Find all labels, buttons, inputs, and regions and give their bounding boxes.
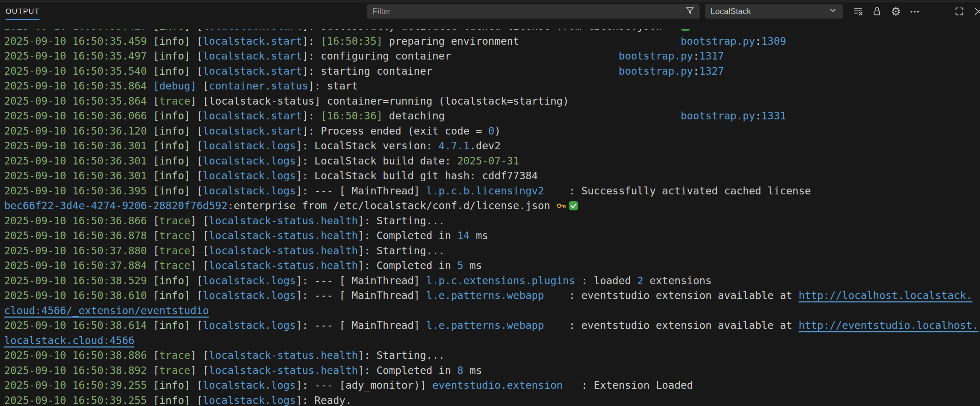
- log-text: LocalStack build git hash: cddf77384: [314, 169, 538, 182]
- file-reference-link[interactable]: bootstrap.py: [681, 35, 755, 47]
- file-reference-link[interactable]: bootstrap.py: [681, 110, 755, 122]
- log-text: ]:: [358, 364, 377, 376]
- gear-icon: ⚙: [891, 6, 901, 17]
- log-text: [debug]: [153, 80, 203, 92]
- log-text: ]:: [296, 319, 314, 331]
- log-text: [16:50:35]: [321, 35, 383, 47]
- log-text: l.p.c.extensions.plugins: [426, 275, 575, 287]
- log-text: [: [197, 50, 203, 62]
- panel-actions: ⚙: [851, 5, 980, 18]
- log-text: ]:: [296, 275, 314, 287]
- log-text: ]:: [296, 394, 314, 406]
- output-channel-value: LocalStack: [711, 6, 751, 16]
- log-text: 2025-09-10 16:50:36.066: [4, 110, 153, 122]
- log-line: 2025-09-10 16:50:36.866 [trace] [localst…: [4, 213, 980, 229]
- log-text: localstack.start: [203, 50, 302, 62]
- log-text: [info]: [153, 275, 196, 287]
- tab-output[interactable]: OUTPUT: [5, 7, 40, 20]
- log-text: 2025-09-10 16:50:35.864: [4, 80, 153, 92]
- log-text: trace: [159, 364, 190, 376]
- log-text: ]:: [296, 140, 314, 152]
- log-text: localstack.logs: [203, 379, 296, 391]
- log-url-link[interactable]: cloud:4566/_extension/eventstudio: [4, 305, 209, 316]
- log-line: bec66f22-3d4e-4274-9206-28820f76d592:ent…: [4, 198, 980, 213]
- log-text: :: [755, 110, 762, 122]
- log-text: [info]: [153, 289, 196, 301]
- log-text: 2025-09-10 16:50:35.540: [4, 65, 153, 77]
- log-url-link[interactable]: http://eventstudio.localhost.: [799, 319, 978, 331]
- log-text: 2025-09-10 16:50:38.886: [4, 349, 153, 361]
- more-actions-button[interactable]: [908, 5, 921, 18]
- log-text: localstack.logs: [203, 275, 296, 287]
- log-text: [: [197, 394, 203, 406]
- log-text: 2025-09-10 16:50:39.255: [4, 394, 153, 406]
- log-text: successfully activated cached license fr…: [321, 29, 668, 32]
- log-text: [: [197, 35, 203, 47]
- log-text: container.status: [209, 80, 308, 92]
- log-text: localstack.logs: [203, 140, 296, 152]
- file-reference-link[interactable]: 1331: [762, 110, 786, 122]
- log-text: [519, 35, 681, 47]
- log-text: ]:: [296, 169, 314, 182]
- log-text: localstack.logs: [203, 185, 296, 197]
- log-text: [: [153, 364, 159, 376]
- filter-input[interactable]: [372, 6, 685, 16]
- file-reference-link[interactable]: 1317: [699, 50, 724, 62]
- log-text: LocalStack version:: [314, 140, 439, 152]
- log-line: 2025-09-10 16:50:35.864 [trace] [localst…: [4, 94, 980, 109]
- log-line: 2025-09-10 16:50:35.497 [info] [localsta…: [4, 48, 980, 64]
- file-reference-link[interactable]: bootstrap.py: [619, 50, 693, 62]
- log-url-link[interactable]: http://localhost.localstack.: [799, 289, 972, 301]
- log-url-link[interactable]: localstack.cloud:4566: [4, 334, 134, 347]
- output-channel-dropdown[interactable]: LocalStack: [705, 4, 843, 19]
- log-text: ): [495, 125, 501, 137]
- log-text: trace: [159, 349, 190, 361]
- log-text: 2025-09-10 16:50:37.880: [4, 245, 153, 257]
- log-text: localstack.logs: [203, 155, 296, 167]
- log-text: l.e.patterns.webapp: [426, 289, 544, 301]
- filter-box[interactable]: [367, 4, 700, 19]
- log-text: 2025-09-10 16:50:35.459: [4, 35, 153, 47]
- log-text: [: [197, 125, 203, 137]
- log-text: --- [ MainThread]: [314, 289, 426, 301]
- log-text: [: [197, 185, 203, 197]
- filter-funnel-icon[interactable]: [685, 6, 695, 17]
- file-reference-link[interactable]: 1327: [699, 65, 724, 77]
- log-text: trace: [159, 230, 190, 241]
- log-text: 2025-09-10 16:50:38.892: [4, 364, 153, 376]
- log-line: 2025-09-10 16:50:35.540 [info] [localsta…: [4, 64, 980, 79]
- log-text: :: [755, 35, 762, 47]
- maximize-panel-button[interactable]: [953, 5, 966, 18]
- log-text: localstack.logs: [203, 394, 296, 406]
- log-viewport[interactable]: 2025-09-10 16:50:35.427 [info] [localsta…: [0, 29, 980, 406]
- log-text: localstack-status.health: [209, 349, 358, 361]
- log-line: 2025-09-10 16:50:38.614 [info] [localsta…: [4, 318, 980, 333]
- log-text: 0: [488, 125, 495, 137]
- settings-gear-button[interactable]: ⚙: [889, 5, 902, 18]
- log-text: [: [197, 379, 203, 391]
- log-text: starting container: [321, 65, 432, 77]
- lock-auto-scroll-button[interactable]: [870, 5, 883, 18]
- log-text: l.e.patterns.webapp: [426, 319, 544, 331]
- log-text: [info]: [153, 65, 196, 77]
- log-text: ]:: [358, 245, 377, 257]
- log-text: ]:: [296, 289, 314, 301]
- file-reference-link[interactable]: 1309: [762, 35, 786, 47]
- log-text: 2025-09-10 16:50:35.427: [4, 29, 153, 32]
- log-text: Starting...: [377, 349, 445, 361]
- close-panel-button[interactable]: [972, 5, 980, 18]
- log-text: [info]: [153, 29, 196, 32]
- log-line: 2025-09-10 16:50:37.880 [trace] [localst…: [4, 243, 980, 258]
- log-text: trace: [159, 215, 190, 227]
- log-line: 2025-09-10 16:50:38.886 [trace] [localst…: [4, 348, 980, 363]
- log-text: [: [197, 289, 203, 301]
- log-text: [info]: [153, 319, 196, 331]
- log-text: [: [197, 29, 203, 32]
- log-text: localstack.start: [203, 29, 302, 32]
- log-text: ]:: [302, 35, 321, 47]
- file-reference-link[interactable]: bootstrap.py: [619, 65, 693, 77]
- log-text: :: [693, 65, 699, 77]
- clear-output-button[interactable]: [851, 5, 865, 18]
- log-text: 2025-09-10 16:50:36.301: [4, 140, 153, 152]
- log-line: 2025-09-10 16:50:39.255 [info] [localsta…: [4, 393, 980, 406]
